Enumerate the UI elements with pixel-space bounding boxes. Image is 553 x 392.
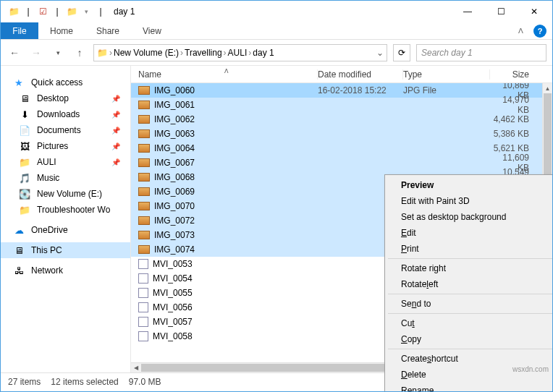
col-type[interactable]: Type [403, 69, 490, 80]
maximize-button[interactable]: ☐ [484, 1, 518, 22]
history-dropdown[interactable]: ▾ [50, 45, 66, 61]
qat-separator: | [93, 7, 108, 17]
titlebar: 📁 | ☑ | 📁 ▾ | day 1 — ☐ ✕ [1, 1, 552, 22]
sidebar-network[interactable]: 🖧 Network [1, 263, 130, 278]
image-icon [138, 86, 150, 95]
folder-icon: 🎵 [18, 173, 31, 184]
folder-icon: ⬇ [18, 109, 31, 120]
navbar: ← → ▾ ↑ 📁 › New Volume (E:) › Travelling… [1, 40, 552, 66]
folder-icon: 🖥 [18, 93, 31, 104]
forward-button[interactable]: → [28, 45, 44, 61]
star-icon: ★ [12, 77, 25, 88]
menu-item[interactable]: Copy [387, 331, 553, 347]
movie-icon [138, 273, 148, 284]
menu-item[interactable]: Print [387, 241, 553, 257]
folder-icon: 📁 [18, 205, 31, 216]
cloud-icon: ☁ [12, 225, 25, 236]
menu-item[interactable]: Preview [387, 177, 553, 193]
pin-icon: 📌 [111, 142, 120, 150]
table-row[interactable]: IMG_00645,621 KB [131, 141, 552, 155]
sidebar-item[interactable]: 🖥Desktop📌 [1, 90, 130, 106]
qat-checkbox-icon[interactable]: ☑ [35, 7, 50, 17]
network-icon: 🖧 [12, 265, 25, 276]
image-icon [138, 202, 150, 210]
movie-icon [138, 302, 148, 312]
sidebar-onedrive[interactable]: ☁ OneDrive [1, 222, 130, 238]
menu-item[interactable]: Rotate left [387, 276, 553, 292]
col-name[interactable]: Nameᐱ [131, 69, 318, 80]
folder-icon: 🖼 [18, 141, 31, 152]
sort-asc-icon: ᐱ [224, 68, 228, 74]
movie-icon [138, 288, 148, 298]
image-icon [138, 173, 150, 182]
movie-icon [138, 259, 148, 269]
sidebar-item[interactable]: 🎵Music [1, 170, 130, 186]
image-icon [138, 187, 150, 196]
folder-icon: 📁 [7, 7, 21, 17]
menu-item[interactable]: Rename [387, 383, 553, 392]
ribbon-expand-icon[interactable]: ᐱ [518, 27, 523, 35]
status-size: 97.0 MB [129, 377, 161, 387]
folder-icon: 📁 [18, 157, 31, 168]
file-tab[interactable]: File [1, 22, 38, 39]
table-row[interactable]: IMG_00624,462 KB [131, 112, 552, 127]
col-date[interactable]: Date modified [318, 69, 403, 80]
table-row[interactable]: IMG_00635,386 KB [131, 127, 552, 141]
image-icon [138, 216, 150, 225]
back-button[interactable]: ← [7, 45, 22, 61]
qat-separator: | [50, 7, 64, 17]
table-row[interactable]: IMG_006114,970 KB [131, 98, 552, 112]
pin-icon: 📌 [111, 127, 120, 135]
folder-icon: 📁 [97, 48, 108, 58]
search-input[interactable]: Search day 1 [416, 44, 546, 61]
sidebar-item[interactable]: 📁Troubleshooter Wo [1, 202, 130, 218]
movie-icon [138, 317, 148, 327]
menu-item[interactable]: Edit with Paint 3D [387, 193, 553, 209]
sidebar-quick-access[interactable]: ★ Quick access [1, 74, 130, 90]
breadcrumb-part[interactable]: AULI [228, 48, 248, 58]
menu-item[interactable]: Rotate right [387, 260, 553, 276]
table-row[interactable]: IMG_006711,609 KB [131, 155, 552, 170]
refresh-button[interactable]: ⟳ [393, 44, 410, 61]
image-icon [138, 129, 150, 138]
menu-item[interactable]: Send to▶ [387, 296, 553, 312]
ribbon: File Home Share View ᐱ ? [1, 22, 552, 40]
sidebar-item[interactable]: 💽New Volume (E:) [1, 186, 130, 202]
status-item-count: 27 items [8, 377, 41, 387]
qat-dropdown-icon[interactable]: ▾ [79, 8, 93, 15]
sidebar-item[interactable]: ⬇Downloads📌 [1, 106, 130, 122]
folder-icon: 📁 [64, 7, 79, 17]
breadcrumb-part[interactable]: day 1 [253, 48, 274, 58]
sidebar-item[interactable]: 🖼Pictures📌 [1, 138, 130, 154]
breadcrumb-dropdown-icon[interactable]: ⌄ [376, 48, 384, 58]
breadcrumb[interactable]: 📁 › New Volume (E:) › Travelling › AULI … [93, 44, 387, 61]
folder-icon: 💽 [18, 189, 31, 200]
menu-item[interactable]: Set as desktop background [387, 209, 553, 225]
pc-icon: 🖥 [12, 245, 25, 256]
folder-icon: 📄 [18, 125, 31, 136]
tab-view[interactable]: View [131, 22, 173, 39]
menu-item[interactable]: Create shortcut [387, 351, 553, 367]
breadcrumb-part[interactable]: New Volume (E:) [114, 48, 179, 58]
table-row[interactable]: IMG_006016-02-2018 15:22JPG File10,869 K… [131, 83, 552, 98]
col-size[interactable]: Size [490, 69, 542, 80]
breadcrumb-part[interactable]: Travelling [185, 48, 222, 58]
pin-icon: 📌 [111, 95, 120, 103]
help-icon[interactable]: ? [533, 25, 546, 38]
image-icon [138, 245, 150, 254]
up-button[interactable]: ↑ [72, 45, 88, 61]
sidebar-this-pc[interactable]: 🖥 This PC [1, 242, 130, 258]
menu-item[interactable]: Edit [387, 225, 553, 241]
menu-item[interactable]: Cut [387, 315, 553, 331]
pin-icon: 📌 [111, 111, 120, 119]
movie-icon [138, 331, 148, 341]
tab-home[interactable]: Home [38, 22, 85, 39]
close-button[interactable]: ✕ [518, 1, 551, 22]
window-title: day 1 [114, 7, 135, 17]
tab-share[interactable]: Share [85, 22, 131, 39]
sidebar-item[interactable]: 📄Documents📌 [1, 122, 130, 138]
sidebar-item[interactable]: 📁AULI📌 [1, 154, 130, 170]
image-icon [138, 158, 150, 167]
image-icon [138, 144, 150, 153]
minimize-button[interactable]: — [451, 1, 484, 22]
